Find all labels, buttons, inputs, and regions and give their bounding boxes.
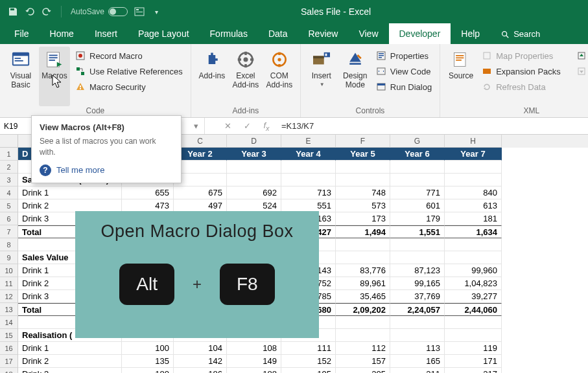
header-cell[interactable]: Year 2 (174, 148, 227, 161)
cell[interactable] (336, 238, 390, 251)
row-header[interactable]: 15 (0, 329, 18, 342)
formula-value[interactable]: =K13/K7 (276, 121, 314, 131)
data-cell[interactable]: 99,960 (445, 264, 502, 277)
data-cell[interactable]: 142 (174, 355, 227, 368)
save-icon[interactable] (8, 6, 18, 17)
row-header[interactable]: 12 (0, 290, 18, 303)
properties-button[interactable]: Properties (373, 49, 434, 62)
qat-dropdown-icon[interactable]: ▾ (151, 6, 161, 17)
cell[interactable] (390, 161, 445, 174)
row-label[interactable]: Drink 2 (18, 199, 122, 212)
cell[interactable] (174, 161, 227, 174)
data-cell[interactable]: 2,09,202 (336, 303, 390, 316)
header-cell[interactable]: Year 7 (445, 148, 502, 161)
data-cell[interactable]: 551 (281, 199, 336, 212)
data-cell[interactable]: 135 (122, 355, 174, 368)
tab-developer[interactable]: Developer (389, 23, 451, 44)
autosave-toggle[interactable]: AutoSave (71, 7, 128, 16)
tab-help[interactable]: Help (451, 23, 490, 44)
data-cell[interactable]: 655 (122, 186, 174, 199)
data-cell[interactable]: 180 (122, 368, 174, 373)
name-box[interactable]: K19 (0, 118, 32, 134)
cell[interactable] (390, 329, 445, 342)
cell[interactable] (445, 161, 502, 174)
data-cell[interactable]: 100 (122, 342, 174, 355)
cell[interactable] (336, 316, 390, 329)
row-header[interactable]: 11 (0, 277, 18, 290)
header-cell[interactable]: Year 6 (390, 148, 445, 161)
cancel-formula-icon[interactable]: ✕ (218, 118, 237, 134)
cell[interactable] (227, 161, 281, 174)
data-cell[interactable]: 675 (174, 186, 227, 199)
data-cell[interactable]: 157 (336, 355, 390, 368)
data-cell[interactable]: 119 (445, 342, 502, 355)
col-header-g[interactable]: G (390, 135, 445, 148)
data-cell[interactable]: 840 (445, 186, 502, 199)
tab-home[interactable]: Home (40, 23, 84, 44)
row-header[interactable]: 4 (0, 186, 18, 199)
data-cell[interactable]: 217 (445, 368, 502, 373)
visual-basic-button[interactable]: Visual Basic (5, 47, 36, 106)
cell[interactable] (281, 161, 336, 174)
data-cell[interactable]: 173 (336, 212, 390, 225)
data-cell[interactable]: 165 (390, 355, 445, 368)
cell[interactable] (390, 174, 445, 186)
data-cell[interactable]: 497 (174, 199, 227, 212)
namebox-dropdown[interactable]: ▾ (188, 118, 205, 134)
data-cell[interactable]: 181 (445, 212, 502, 225)
tab-data[interactable]: Data (258, 23, 298, 44)
import-button[interactable]: Import (574, 49, 588, 62)
source-button[interactable]: Source (445, 47, 476, 106)
cell[interactable] (390, 251, 445, 264)
export-button[interactable]: Export (574, 65, 588, 78)
row-header[interactable]: 18 (0, 368, 18, 373)
header-cell[interactable]: Year 3 (227, 148, 281, 161)
data-cell[interactable]: 1,04,823 (445, 277, 502, 290)
data-cell[interactable]: 104 (174, 342, 227, 355)
col-header-e[interactable]: E (281, 135, 336, 148)
data-cell[interactable]: 1,551 (390, 225, 445, 238)
use-relative-button[interactable]: Use Relative References (73, 65, 185, 78)
data-cell[interactable]: 205 (336, 368, 390, 373)
row-header[interactable]: 1 (0, 148, 18, 161)
data-cell[interactable]: 37,769 (390, 290, 445, 303)
search-tab[interactable]: Search (490, 24, 550, 44)
data-cell[interactable]: 195 (281, 368, 336, 373)
header-cell[interactable]: Year 4 (281, 148, 336, 161)
select-all-corner[interactable] (0, 135, 18, 148)
row-header[interactable]: 10 (0, 264, 18, 277)
data-cell[interactable]: 39,277 (445, 290, 502, 303)
row-header[interactable]: 9 (0, 251, 18, 264)
tab-page-layout[interactable]: Page Layout (128, 23, 200, 44)
row-header[interactable]: 16 (0, 342, 18, 355)
fx-icon[interactable]: fx (257, 118, 276, 134)
data-cell[interactable]: 211 (390, 368, 445, 373)
data-cell[interactable]: 2,24,057 (390, 303, 445, 316)
data-cell[interactable]: 2,44,060 (445, 303, 502, 316)
cell[interactable] (336, 161, 390, 174)
data-cell[interactable]: 713 (281, 186, 336, 199)
cell[interactable] (445, 174, 502, 186)
addins-button[interactable]: Add-ins (196, 47, 228, 106)
cell[interactable] (336, 251, 390, 264)
insert-button[interactable]: Insert ▼ (306, 47, 337, 106)
data-cell[interactable]: 1,634 (445, 225, 502, 238)
row-header[interactable]: 14 (0, 316, 18, 329)
data-cell[interactable]: 524 (227, 199, 281, 212)
data-cell[interactable]: 748 (336, 186, 390, 199)
row-header[interactable]: 5 (0, 199, 18, 212)
data-cell[interactable]: 573 (336, 199, 390, 212)
data-cell[interactable]: 186 (174, 368, 227, 373)
tooltip-tell-me-more[interactable]: ? Tell me more (40, 164, 173, 176)
refresh-data-button[interactable]: Refresh Data (479, 80, 563, 93)
row-header[interactable]: 7 (0, 225, 18, 238)
data-cell[interactable]: 1,494 (336, 225, 390, 238)
col-header-f[interactable]: F (336, 135, 390, 148)
row-label[interactable]: Drink 1 (18, 342, 122, 355)
enter-formula-icon[interactable]: ✓ (237, 118, 257, 134)
toggle-off-icon[interactable] (108, 7, 128, 16)
expansion-packs-button[interactable]: Expansion Packs (479, 65, 563, 78)
view-code-button[interactable]: View Code (373, 65, 434, 78)
tab-formulas[interactable]: Formulas (200, 23, 258, 44)
cell[interactable] (445, 251, 502, 264)
